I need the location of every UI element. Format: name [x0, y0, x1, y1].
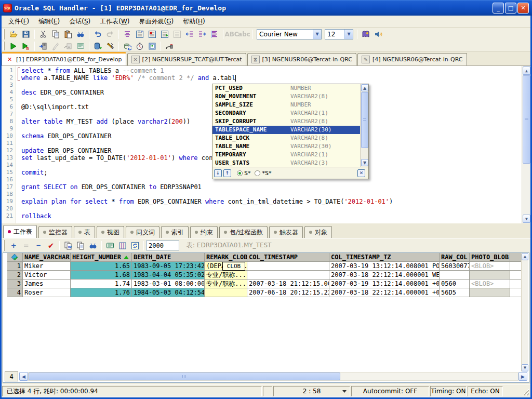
popup-scroll-down-icon[interactable]: ▼	[361, 159, 368, 166]
autocomplete-item[interactable]: ROW_MOVEMENTVARCHAR2(8)	[212, 92, 360, 101]
column-header-height[interactable]: HEIGHT_NUMBER	[71, 253, 132, 262]
cell-raw[interactable]	[440, 271, 470, 280]
logon-icon[interactable]	[37, 41, 49, 51]
menu-item-4[interactable]: 工作表(W)	[95, 16, 134, 28]
sound-icon[interactable]	[373, 29, 384, 39]
refresh-data-icon[interactable]	[122, 41, 133, 51]
menu-item-3[interactable]: 会话(S)	[64, 16, 95, 28]
cell-height[interactable]: 1.74	[71, 280, 132, 288]
panel-tab-1[interactable]: 工作表	[3, 225, 37, 238]
timer-icon[interactable]	[134, 41, 145, 51]
cut-icon[interactable]	[37, 29, 49, 39]
row-count-button[interactable]: 4	[5, 371, 18, 381]
cell-photo[interactable]: <BLOB>	[470, 280, 510, 288]
db-source-icon[interactable]	[92, 41, 103, 51]
insert-rows-icon[interactable]	[159, 29, 170, 39]
cell-tz[interactable]: 2007-03-18 22:12:14.000001 +09:00	[329, 288, 440, 297]
font-size-select[interactable]: 12▼	[325, 29, 353, 39]
font-select[interactable]: Courier New▼	[257, 29, 322, 39]
cell-raw[interactable]: 56030077	[440, 262, 470, 271]
panel-tab-6[interactable]: 索引	[161, 226, 189, 238]
max-rows-input[interactable]	[146, 241, 179, 250]
chevron-down-icon[interactable]: ▼	[344, 30, 353, 39]
cell-tz[interactable]: 2007-03-19 13:12:14.008001 POLAND	[329, 262, 440, 271]
scroll-down-icon[interactable]: ▼	[523, 215, 530, 223]
column-header-tz[interactable]: COL_TIMESTAMP_TZ	[329, 253, 440, 262]
close-gray-icon[interactable]: ✕	[131, 56, 140, 63]
session-tab-1[interactable]: ✕[1] EDRP3DATA01@EDR_for_Develop	[2, 52, 126, 65]
console-grid-icon[interactable]	[104, 241, 116, 251]
save-icon[interactable]	[20, 29, 32, 39]
cell-num[interactable]: 4	[7, 288, 23, 297]
autocomplete-item[interactable]: SAMPLE_SIZENUMBER	[212, 101, 360, 109]
editor-vertical-scrollbar[interactable]: ▲ ▼	[522, 66, 530, 223]
menu-item-1[interactable]: 文件(F)	[4, 16, 34, 28]
cell-remark[interactable]	[205, 288, 247, 297]
cell-name[interactable]: James	[23, 280, 71, 288]
cell-ts[interactable]: 2007-03-18 21:12:15.000	[247, 280, 329, 288]
run-icon[interactable]	[8, 41, 19, 51]
popup-move-up-button[interactable]: ↑	[223, 169, 231, 177]
cell-remark[interactable]: 专业/职称...	[205, 280, 247, 288]
refresh-grid-icon[interactable]	[129, 241, 141, 251]
autocommit-indicator[interactable]: Autocommit: OFF	[351, 386, 429, 396]
format-list-icon[interactable]	[209, 29, 220, 39]
toolbar-grip[interactable]	[3, 240, 5, 251]
help-book-icon[interactable]	[360, 29, 371, 39]
grid-scroll-down-icon[interactable]: ▼	[522, 364, 528, 371]
unindent-icon[interactable]	[184, 29, 195, 39]
panel-tab-9[interactable]: 触发器	[269, 226, 303, 238]
format-align-icon[interactable]	[122, 29, 133, 39]
panel-tab-5[interactable]: 同义词	[126, 226, 159, 238]
result-window-icon[interactable]	[147, 41, 158, 51]
echo-indicator[interactable]: Echo: ON	[468, 386, 503, 396]
commit-check-icon[interactable]: ✔	[45, 241, 57, 251]
autocomplete-item[interactable]: USER_STATSVARCHAR2(3)	[212, 159, 360, 167]
autocomplete-item[interactable]: SKIP_CORRUPTVARCHAR2(8)	[212, 117, 360, 126]
export-word-icon[interactable]: W	[62, 241, 74, 251]
column-header-remark[interactable]: REMARK_CLOB	[205, 253, 247, 262]
panel-tab-8[interactable]: 包/过程函数	[219, 226, 268, 238]
match-contains-radio[interactable]	[255, 170, 260, 176]
cell-tz[interactable]: 2007-03-18 22:12:14.000001 WET	[329, 271, 440, 280]
autocomplete-item[interactable]: TABLE_LOCKVARCHAR2(8)	[212, 134, 360, 142]
grid-vertical-scrollbar[interactable]: ▲ ▼	[521, 253, 528, 371]
cell-raw[interactable]: 56D5	[440, 288, 470, 297]
run-script-icon[interactable]: m	[20, 41, 32, 51]
cell-tz[interactable]: 2007-03-19 13:12:14.008001 +01:00	[329, 280, 440, 288]
insert-record-icon[interactable]: ＋	[8, 241, 19, 251]
autocomplete-item[interactable]: SECONDARYVARCHAR2(1)	[212, 109, 360, 117]
cursor-position-indicator[interactable]: 2 : 58	[273, 386, 350, 396]
cell-num[interactable]: 1	[7, 262, 23, 271]
resize-grip[interactable]	[504, 386, 530, 396]
cell-name[interactable]: Roser	[23, 288, 71, 297]
autocomplete-item[interactable]: TEMPORARYVARCHAR2(1)	[212, 151, 360, 159]
popup-close-button[interactable]: ✕	[357, 169, 365, 177]
pen-icon[interactable]: ✎	[362, 56, 370, 63]
cell-height[interactable]: 1.65	[71, 262, 132, 271]
cell-berth[interactable]: 1983-09-05 17:23:42	[132, 262, 205, 271]
autocomplete-item[interactable]: PCT_USEDNUMBER	[212, 84, 360, 92]
position-dropdown-icon[interactable]	[342, 390, 347, 393]
menu-item-6[interactable]: 帮助(H)	[178, 16, 209, 28]
cell-height[interactable]: 1.68	[71, 271, 132, 280]
autocomplete-item[interactable]: TABLE_NAMEVARCHAR2(30)	[212, 142, 360, 151]
cell-raw[interactable]: 0560	[440, 280, 470, 288]
cell-photo[interactable]	[470, 271, 510, 280]
popup-scroll-up-icon[interactable]: ▲	[361, 84, 368, 91]
cell-name[interactable]: Miker	[23, 262, 71, 271]
panel-tab-4[interactable]: 视图	[97, 226, 124, 238]
table-row[interactable]: 3James1.741983-03-01 08:00:00专业/职称...200…	[7, 280, 524, 288]
hscroll-left-icon[interactable]: ◀	[19, 372, 28, 381]
editor-scroll-thumb[interactable]	[523, 75, 530, 164]
column-header-berth[interactable]: BERTH_DATE	[132, 253, 205, 262]
find-icon[interactable]	[75, 29, 86, 39]
cell-berth[interactable]: 1984-05-03 04:12:54	[132, 288, 205, 297]
panel-tab-3[interactable]: 表	[74, 226, 95, 238]
tools-icon[interactable]	[104, 41, 116, 51]
results-grid[interactable]: NAME_VARCHAR2HEIGHT_NUMBERBERTH_DATEREMA…	[7, 253, 524, 297]
copy-icon[interactable]	[50, 29, 61, 39]
hscroll-thumb[interactable]	[29, 373, 340, 380]
column-header-ts[interactable]: COL_TIMESTAMP	[247, 253, 329, 262]
popup-scrollbar[interactable]: ▲ ▼	[360, 84, 368, 167]
